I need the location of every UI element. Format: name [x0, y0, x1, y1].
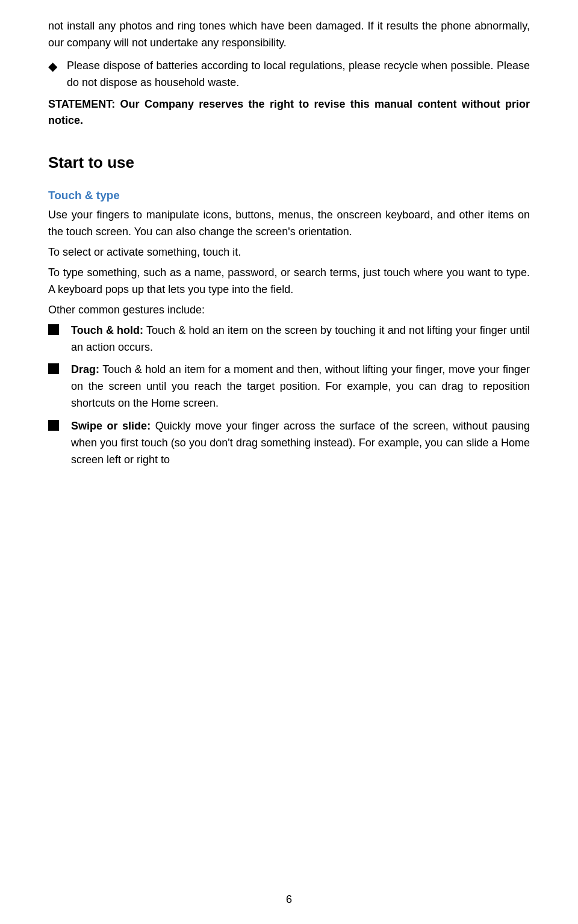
top-section: not install any photos and ring tones wh… — [48, 18, 530, 129]
page-number: 6 — [286, 893, 292, 905]
list-item-swipe: Swipe or slide: Quickly move your finger… — [48, 418, 530, 469]
gesture-list: Touch & hold: Touch & hold an item on th… — [48, 322, 530, 469]
list-item-touch-hold: Touch & hold: Touch & hold an item on th… — [48, 322, 530, 356]
diamond-icon: ◆ — [48, 59, 57, 73]
drag-detail: Touch & hold an item for a moment and th… — [71, 363, 530, 409]
start-to-use-section: Start to use Touch & type Use your finge… — [48, 153, 530, 468]
top-para1: not install any photos and ring tones wh… — [48, 18, 530, 52]
list-item-drag: Drag: Touch & hold an item for a moment … — [48, 362, 530, 412]
section-heading: Start to use — [48, 153, 530, 172]
square-bullet-icon-2 — [48, 363, 59, 374]
diamond-bullet-item: ◆ Please dispose of batteries according … — [48, 58, 530, 91]
body-para4: Other common gestures include: — [48, 302, 530, 319]
drag-label: Drag: — [71, 363, 99, 375]
page-container: not install any photos and ring tones wh… — [0, 0, 578, 924]
body-para2: To select or activate something, touch i… — [48, 244, 530, 261]
subsection-heading: Touch & type — [48, 189, 530, 202]
drag-text: Drag: Touch & hold an item for a moment … — [71, 362, 530, 412]
diamond-bullet-text: Please dispose of batteries according to… — [67, 58, 530, 91]
swipe-text: Swipe or slide: Quickly move your finger… — [71, 418, 530, 469]
page-number-container: 6 — [0, 893, 578, 906]
touch-type-subsection: Touch & type Use your fingers to manipul… — [48, 189, 530, 468]
touch-hold-label: Touch & hold: — [71, 324, 143, 336]
body-para1: Use your fingers to manipulate icons, bu… — [48, 207, 530, 241]
touch-hold-text: Touch & hold: Touch & hold an item on th… — [71, 322, 530, 356]
statement-bold: STATEMENT: Our Company reserves the righ… — [48, 98, 530, 127]
square-bullet-icon-3 — [48, 420, 59, 431]
statement-text: STATEMENT: Our Company reserves the righ… — [48, 96, 530, 130]
swipe-label: Swipe or slide: — [71, 420, 151, 432]
body-para3: To type something, such as a name, passw… — [48, 265, 530, 298]
square-bullet-icon-1 — [48, 324, 59, 335]
